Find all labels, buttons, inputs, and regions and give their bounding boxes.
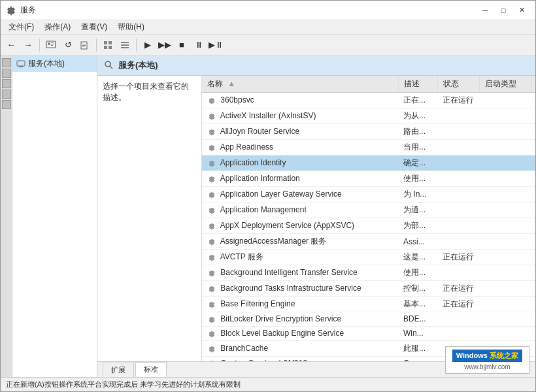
view-icon-1 — [103, 41, 112, 50]
service-name-cell: AssignedAccessManager 服务 — [202, 234, 398, 250]
table-row[interactable]: Background Tasks Infrastructure Service … — [202, 281, 535, 297]
table-row[interactable]: AllJoyn Router Service 路由... — [202, 124, 535, 140]
table-row[interactable]: Application Information 使用... — [202, 171, 535, 187]
service-name-cell: Base Filtering Engine — [202, 297, 398, 312]
menu-help[interactable]: 帮助(H) — [112, 20, 150, 34]
service-startup — [479, 326, 531, 340]
service-name-cell: Application Identity — [202, 155, 398, 171]
table-row[interactable]: Application Identity 确定... — [202, 155, 535, 171]
svg-rect-10 — [104, 41, 107, 44]
start2-button[interactable]: ▶▶ — [157, 37, 173, 53]
service-name: Base Filtering Engine — [220, 299, 295, 308]
service-name-cell: BranchCache — [202, 340, 398, 356]
content-area: 服务(本地) 选择一个项目来查看它的描述。 名称 ▲ — [97, 56, 535, 377]
console-button[interactable] — [43, 37, 59, 53]
service-status — [437, 187, 479, 203]
service-gear-icon — [207, 96, 216, 105]
table-row[interactable]: App Readiness 当用... — [202, 140, 535, 155]
service-startup — [479, 297, 531, 312]
col-header-startup[interactable]: 启动类型 — [479, 76, 531, 93]
table-row[interactable]: Application Layer Gateway Service 为 In..… — [202, 187, 535, 203]
forward-button[interactable]: → — [20, 37, 36, 53]
col-header-name[interactable]: 名称 ▲ — [202, 76, 398, 93]
export-button[interactable] — [77, 37, 93, 53]
side-button-2[interactable] — [2, 69, 11, 78]
menu-action[interactable]: 操作(A) — [39, 20, 76, 34]
table-row[interactable]: AppX Deployment Service (AppXSVC) 为部... — [202, 218, 535, 234]
tab-standard[interactable]: 标准 — [135, 362, 167, 377]
view-toggle-1[interactable] — [100, 37, 116, 53]
watermark-title: Windows — [456, 351, 488, 359]
side-button-4[interactable] — [2, 90, 11, 99]
refresh-button[interactable]: ↺ — [60, 37, 76, 53]
service-status — [437, 218, 479, 234]
service-name-cell: CaptureService_b81f018 — [202, 356, 398, 361]
start-button[interactable]: ▶ — [140, 37, 156, 53]
maximize-button[interactable]: □ — [495, 3, 512, 18]
col-header-account[interactable]: 登录身份 — [531, 76, 535, 93]
service-gear-icon — [207, 190, 216, 199]
service-name: Application Identity — [220, 158, 286, 167]
table-row[interactable]: AVCTP 服务 这是...正在运行 — [202, 250, 535, 265]
service-desc: 为部... — [398, 218, 437, 234]
menu-file[interactable]: 文件(F) — [3, 20, 39, 34]
service-gear-icon — [207, 221, 216, 231]
service-name: AssignedAccessManager 服务 — [220, 237, 327, 246]
service-desc: 为从... — [398, 108, 437, 124]
view-toggle-2[interactable] — [117, 37, 133, 53]
toolbar: ← → ↺ — [1, 35, 535, 56]
description-panel: 选择一个项目来查看它的描述。 — [97, 76, 202, 361]
service-desc: 正在... — [398, 93, 437, 108]
table-row[interactable]: 360bpsvc 正在...正在运行 — [202, 93, 535, 108]
table-row[interactable]: BitLocker Drive Encryption Service BDE..… — [202, 312, 535, 327]
back-button[interactable]: ← — [3, 37, 19, 53]
service-account — [531, 171, 535, 187]
table-row[interactable]: AssignedAccessManager 服务 Assi... — [202, 234, 535, 250]
service-desc: 基本... — [398, 297, 437, 312]
service-account — [531, 250, 535, 265]
service-account — [531, 234, 535, 250]
service-account — [531, 218, 535, 234]
service-name-cell: Application Management — [202, 203, 398, 218]
service-name: 360bpsvc — [220, 95, 254, 105]
services-table-wrapper[interactable]: 名称 ▲ 描述 状态 启动类型 登录身份 — [202, 76, 535, 361]
stop-button[interactable]: ■ — [174, 37, 190, 53]
side-button-3[interactable] — [2, 79, 11, 88]
service-name-cell: App Readiness — [202, 140, 398, 155]
service-name: Background Intelligent Transfer Service — [220, 268, 357, 277]
service-account — [531, 312, 535, 327]
service-account — [531, 187, 535, 203]
service-desc: 控制... — [398, 281, 437, 297]
service-account — [531, 340, 535, 356]
export-icon — [80, 41, 90, 50]
tab-expand[interactable]: 扩展 — [103, 363, 134, 377]
table-row[interactable]: Block Level Backup Engine Service Win... — [202, 326, 535, 340]
tree-item-local[interactable]: 服务(本地) — [12, 56, 97, 72]
table-row[interactable]: Application Management 为通... — [202, 203, 535, 218]
table-header: 名称 ▲ 描述 状态 启动类型 登录身份 — [202, 76, 535, 93]
service-status — [437, 265, 479, 281]
table-row[interactable]: Base Filtering Engine 基本...正在运行 — [202, 297, 535, 312]
service-gear-icon — [207, 159, 216, 168]
service-desc: 此服... — [398, 340, 437, 356]
menu-view[interactable]: 查看(V) — [76, 20, 112, 34]
table-row[interactable]: Background Intelligent Transfer Service … — [202, 265, 535, 281]
service-desc: 为通... — [398, 203, 437, 218]
restart-button[interactable]: ▶⏸ — [208, 37, 224, 53]
service-name-cell: Background Tasks Infrastructure Service — [202, 281, 398, 297]
service-name-cell: 360bpsvc — [202, 93, 398, 108]
table-row[interactable]: ActiveX Installer (AxInstSV) 为从... — [202, 108, 535, 124]
service-gear-icon — [207, 237, 216, 246]
col-header-status[interactable]: 状态 — [437, 76, 479, 93]
svg-rect-18 — [19, 67, 23, 67]
service-gear-icon — [207, 143, 216, 152]
toolbar-separator-1 — [39, 39, 40, 52]
side-button-1[interactable] — [2, 58, 11, 67]
service-name-cell: Application Layer Gateway Service — [202, 187, 398, 203]
service-status — [437, 171, 479, 187]
close-button[interactable]: ✕ — [513, 3, 530, 18]
minimize-button[interactable]: ─ — [477, 3, 494, 18]
side-button-5[interactable] — [2, 100, 11, 109]
pause-button[interactable]: ⏸ — [191, 37, 207, 53]
col-header-desc[interactable]: 描述 — [398, 76, 437, 93]
